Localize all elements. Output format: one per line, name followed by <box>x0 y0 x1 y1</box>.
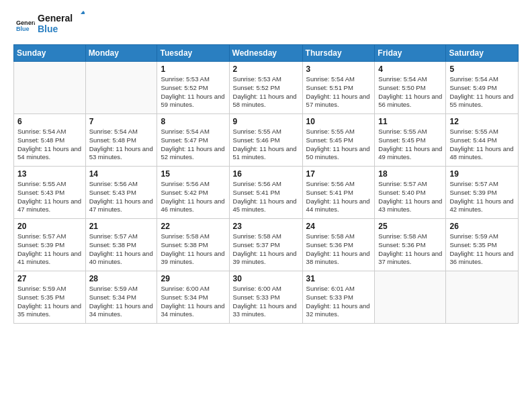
day-cell: 7Sunrise: 5:54 AM Sunset: 5:48 PM Daylig… <box>85 114 157 167</box>
day-number: 26 <box>449 222 515 231</box>
day-info: Sunrise: 5:55 AM Sunset: 5:44 PM Dayligh… <box>449 128 515 162</box>
day-cell: 26Sunrise: 5:59 AM Sunset: 5:35 PM Dayli… <box>446 219 519 271</box>
col-header-monday: Monday <box>85 45 157 62</box>
day-cell: 20Sunrise: 5:57 AM Sunset: 5:39 PM Dayli… <box>14 219 86 271</box>
day-info: Sunrise: 5:55 AM Sunset: 5:45 PM Dayligh… <box>306 128 371 162</box>
day-info: Sunrise: 6:01 AM Sunset: 5:33 PM Dayligh… <box>306 285 371 319</box>
day-info: Sunrise: 5:59 AM Sunset: 5:35 PM Dayligh… <box>449 232 515 267</box>
day-cell: 30Sunrise: 6:00 AM Sunset: 5:33 PM Dayli… <box>229 271 302 324</box>
day-number: 29 <box>161 274 225 283</box>
day-number: 10 <box>306 117 371 126</box>
day-info: Sunrise: 5:53 AM Sunset: 5:52 PM Dayligh… <box>233 75 299 109</box>
day-cell <box>446 271 519 324</box>
logo-svg: General Blue <box>38 11 85 35</box>
calendar-page: General Blue General Blue SundayMondayTu… <box>0 0 532 411</box>
day-info: Sunrise: 5:56 AM Sunset: 5:41 PM Dayligh… <box>233 180 299 214</box>
day-number: 20 <box>17 222 82 231</box>
day-cell: 17Sunrise: 5:56 AM Sunset: 5:41 PM Dayli… <box>302 167 375 219</box>
day-number: 7 <box>89 117 154 126</box>
day-cell <box>85 62 157 114</box>
day-info: Sunrise: 5:53 AM Sunset: 5:52 PM Dayligh… <box>161 75 225 109</box>
day-cell: 28Sunrise: 5:59 AM Sunset: 5:34 PM Dayli… <box>85 271 157 324</box>
day-info: Sunrise: 5:58 AM Sunset: 5:38 PM Dayligh… <box>161 232 225 267</box>
day-info: Sunrise: 5:54 AM Sunset: 5:50 PM Dayligh… <box>378 75 442 109</box>
day-number: 23 <box>233 222 299 231</box>
day-cell: 1Sunrise: 5:53 AM Sunset: 5:52 PM Daylig… <box>157 62 229 114</box>
day-cell: 12Sunrise: 5:55 AM Sunset: 5:44 PM Dayli… <box>446 114 519 167</box>
day-number: 19 <box>449 169 515 179</box>
day-cell: 8Sunrise: 5:54 AM Sunset: 5:47 PM Daylig… <box>157 114 229 167</box>
day-info: Sunrise: 5:58 AM Sunset: 5:37 PM Dayligh… <box>233 232 299 267</box>
day-cell: 13Sunrise: 5:55 AM Sunset: 5:43 PM Dayli… <box>14 167 86 219</box>
day-cell: 31Sunrise: 6:01 AM Sunset: 5:33 PM Dayli… <box>302 271 375 324</box>
day-cell: 11Sunrise: 5:55 AM Sunset: 5:45 PM Dayli… <box>375 114 446 167</box>
day-info: Sunrise: 5:54 AM Sunset: 5:49 PM Dayligh… <box>449 75 515 109</box>
day-number: 13 <box>17 169 82 179</box>
day-cell: 27Sunrise: 5:59 AM Sunset: 5:35 PM Dayli… <box>14 271 86 324</box>
week-row-4: 20Sunrise: 5:57 AM Sunset: 5:39 PM Dayli… <box>14 219 519 271</box>
col-header-tuesday: Tuesday <box>157 45 229 62</box>
day-cell: 29Sunrise: 6:00 AM Sunset: 5:34 PM Dayli… <box>157 271 229 324</box>
day-cell: 23Sunrise: 5:58 AM Sunset: 5:37 PM Dayli… <box>229 219 302 271</box>
day-cell: 24Sunrise: 5:58 AM Sunset: 5:36 PM Dayli… <box>302 219 375 271</box>
day-cell: 9Sunrise: 5:55 AM Sunset: 5:46 PM Daylig… <box>229 114 302 167</box>
day-cell: 16Sunrise: 5:56 AM Sunset: 5:41 PM Dayli… <box>229 167 302 219</box>
day-info: Sunrise: 5:55 AM Sunset: 5:43 PM Dayligh… <box>17 180 82 214</box>
day-number: 22 <box>161 222 225 231</box>
day-number: 18 <box>378 169 442 179</box>
week-row-1: 1Sunrise: 5:53 AM Sunset: 5:52 PM Daylig… <box>14 62 519 114</box>
week-row-3: 13Sunrise: 5:55 AM Sunset: 5:43 PM Dayli… <box>14 167 519 219</box>
day-info: Sunrise: 5:55 AM Sunset: 5:46 PM Dayligh… <box>233 128 299 162</box>
header: General Blue General Blue <box>13 11 519 38</box>
day-number: 1 <box>161 64 225 74</box>
day-cell <box>375 271 446 324</box>
day-info: Sunrise: 5:57 AM Sunset: 5:38 PM Dayligh… <box>89 232 154 267</box>
day-info: Sunrise: 5:59 AM Sunset: 5:35 PM Dayligh… <box>17 285 82 319</box>
day-cell: 19Sunrise: 5:57 AM Sunset: 5:39 PM Dayli… <box>446 167 519 219</box>
col-header-friday: Friday <box>375 45 446 62</box>
logo: General Blue General Blue <box>13 11 85 38</box>
day-info: Sunrise: 5:57 AM Sunset: 5:39 PM Dayligh… <box>17 232 82 267</box>
day-cell: 22Sunrise: 5:58 AM Sunset: 5:38 PM Dayli… <box>157 219 229 271</box>
day-info: Sunrise: 5:55 AM Sunset: 5:45 PM Dayligh… <box>378 128 442 162</box>
svg-text:Blue: Blue <box>38 24 58 34</box>
day-cell <box>14 62 86 114</box>
day-number: 21 <box>89 222 154 231</box>
day-number: 24 <box>306 222 371 231</box>
col-header-thursday: Thursday <box>302 45 375 62</box>
day-cell: 5Sunrise: 5:54 AM Sunset: 5:49 PM Daylig… <box>446 62 519 114</box>
day-cell: 10Sunrise: 5:55 AM Sunset: 5:45 PM Dayli… <box>302 114 375 167</box>
day-info: Sunrise: 5:54 AM Sunset: 5:48 PM Dayligh… <box>17 128 82 162</box>
day-number: 30 <box>233 274 299 283</box>
day-info: Sunrise: 5:54 AM Sunset: 5:48 PM Dayligh… <box>89 128 154 162</box>
svg-text:General: General <box>38 13 73 24</box>
day-number: 5 <box>449 64 515 74</box>
day-info: Sunrise: 5:57 AM Sunset: 5:40 PM Dayligh… <box>378 180 442 214</box>
day-cell: 2Sunrise: 5:53 AM Sunset: 5:52 PM Daylig… <box>229 62 302 114</box>
day-number: 25 <box>378 222 442 231</box>
day-number: 2 <box>233 64 299 74</box>
day-info: Sunrise: 5:54 AM Sunset: 5:51 PM Dayligh… <box>306 75 371 109</box>
day-number: 14 <box>89 169 154 179</box>
day-number: 6 <box>17 117 82 126</box>
day-info: Sunrise: 5:54 AM Sunset: 5:47 PM Dayligh… <box>161 128 225 162</box>
day-number: 28 <box>89 274 154 283</box>
header-row: SundayMondayTuesdayWednesdayThursdayFrid… <box>14 45 519 62</box>
week-row-2: 6Sunrise: 5:54 AM Sunset: 5:48 PM Daylig… <box>14 114 519 167</box>
day-number: 27 <box>17 274 82 283</box>
day-cell: 6Sunrise: 5:54 AM Sunset: 5:48 PM Daylig… <box>14 114 86 167</box>
day-info: Sunrise: 5:56 AM Sunset: 5:41 PM Dayligh… <box>306 180 371 214</box>
day-info: Sunrise: 5:56 AM Sunset: 5:43 PM Dayligh… <box>89 180 154 214</box>
day-cell: 14Sunrise: 5:56 AM Sunset: 5:43 PM Dayli… <box>85 167 157 219</box>
day-info: Sunrise: 5:58 AM Sunset: 5:36 PM Dayligh… <box>378 232 442 267</box>
day-number: 8 <box>161 117 225 126</box>
day-info: Sunrise: 6:00 AM Sunset: 5:33 PM Dayligh… <box>233 285 299 319</box>
day-cell: 25Sunrise: 5:58 AM Sunset: 5:36 PM Dayli… <box>375 219 446 271</box>
day-number: 9 <box>233 117 299 126</box>
day-number: 31 <box>306 274 371 283</box>
day-info: Sunrise: 5:57 AM Sunset: 5:39 PM Dayligh… <box>449 180 515 214</box>
day-cell: 3Sunrise: 5:54 AM Sunset: 5:51 PM Daylig… <box>302 62 375 114</box>
day-number: 11 <box>378 117 442 126</box>
col-header-sunday: Sunday <box>14 45 86 62</box>
day-info: Sunrise: 6:00 AM Sunset: 5:34 PM Dayligh… <box>161 285 225 319</box>
